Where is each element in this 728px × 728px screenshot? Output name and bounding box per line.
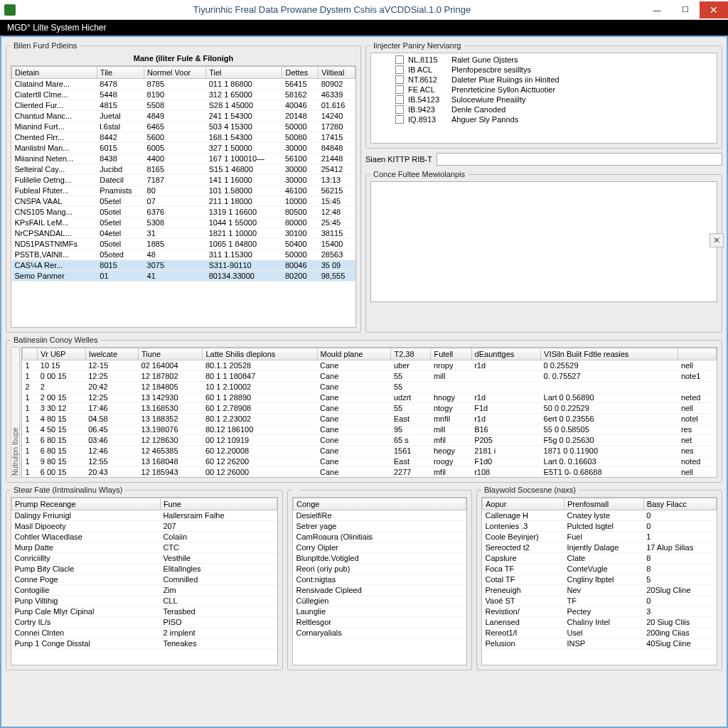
table-row[interactable]: Cotal TFCngliny lbptel5 [483,574,717,585]
table-row[interactable]: Clataind Mare...84788785011 1 8680056415… [12,79,355,90]
checklist-item[interactable]: NT.8612Daleter Plue Ruiings iin Hinlted [395,75,714,85]
table-row[interactable]: CAS¼A Rer...80153075S311-901108004635 09 [12,260,355,271]
checkbox-icon[interactable] [395,105,404,114]
column-header[interactable]: Latte Shilis dleplons [203,348,317,360]
table-row[interactable]: Reltlesgor [294,617,466,628]
column-header[interactable]: Dietain [12,67,97,79]
table-row[interactable]: Manlistnl Man...60156005327 1 5000030000… [12,143,355,154]
checkbox-icon[interactable] [395,65,404,74]
table-row[interactable]: ContogilieZim [12,585,277,596]
table-row[interactable]: 19 80 1512:5513 16804860 12 26200CaneEas… [23,456,717,467]
table-row[interactable]: Murp DatteCTC [12,542,277,553]
table-row[interactable]: 14 80 1504.5813 18835280.1 2.23002CaneEa… [23,414,717,424]
checkbox-icon[interactable] [395,85,404,94]
checklist-item[interactable]: FE ACLPrenrteticine Syllon Aicttuotier [395,85,714,95]
column-header[interactable]: Viltieal [318,67,355,79]
table-row[interactable]: Callenage HCnatey lyste0 [483,510,717,521]
table-row[interactable]: Cont:nigtas [294,574,466,585]
column-header[interactable] [678,348,717,360]
checkbox-icon[interactable] [395,75,404,84]
table-row[interactable]: ND51PASTNtMFs05otel18851065 1 8480050400… [12,239,355,250]
table-row[interactable]: PelusionINSP40Siug Ciine [483,638,717,649]
column-header[interactable]: Basy Filacc [643,498,716,510]
table-row[interactable]: 13 30 1217:4613.16853060 1 2.78908Cane55… [23,403,717,414]
table-row[interactable]: Pump Bity ClacleElitalIngles [12,564,277,574]
table-row[interactable]: CNS105 Mang...05otel63761319 1 166008050… [12,207,355,218]
column-header[interactable]: Tiel [206,67,282,79]
close-button[interactable] [700,1,728,18]
maximize-button[interactable] [671,1,700,18]
table-row[interactable]: 110 1512-1502 16400480.1.1 20528Caneuber… [23,360,717,371]
table-row[interactable]: KPsFAIL LeM...05etel53081044 1 550008000… [12,218,355,228]
table-row[interactable]: Chantud Manc...Juetal4849241 1 543002014… [12,111,355,122]
table-row[interactable]: CapslureClate8 [483,553,717,564]
checklist-item[interactable]: IB ACLPlenfopescbre sesilltys [395,65,714,75]
table-row[interactable]: Punp 1 Conge DisstalTeneakes [12,638,277,649]
table-row[interactable]: Rereot1/lUsel200ing Ciias [483,628,717,638]
table-row[interactable]: Corry Oipler [294,542,466,553]
siaen-input[interactable] [437,153,722,166]
checkbox-icon[interactable] [395,115,404,124]
stear-grid-b[interactable]: CongeDesielfiReSetrer yageCamRoaura (Oli… [292,497,467,665]
injecter-checklist[interactable]: NL.8115Ralet Gune OjstersIB ACLPlenfopes… [370,53,717,144]
table-row[interactable]: NrCPSANDAL...04etel311821 1 100003010038… [12,228,355,239]
table-row[interactable]: 12 00 1512:2513 14293060 1 1 28890Caneud… [23,392,717,403]
column-header[interactable]: dEaunttges [471,348,540,360]
table-row[interactable]: Miianind Neten...84384400167 1 100010—56… [12,154,355,164]
table-row[interactable]: Blunpltde.Votigled [294,553,466,564]
column-header[interactable]: Normel Voor [144,67,206,79]
table-row[interactable]: Fulilelie Oetng...Datecil7187141 1 16000… [12,175,355,186]
table-row[interactable]: 14 50 1506.4513.19807680.12 186100Cane95… [23,424,717,435]
table-row[interactable]: Setrer yage [294,521,466,532]
table-row[interactable]: ConriciilltyVesthile [12,553,277,564]
table-row[interactable]: Lontenies .3Pulcted lsgtel0 [483,521,717,532]
checklist-item[interactable]: IB.9423Denle Canoded [395,105,714,114]
table-row[interactable]: Fubleal Ffuter...Pnamists80101 1.5800046… [12,186,355,196]
table-row[interactable]: Cliented Fur...48155508S28 1 45000400460… [12,100,355,111]
column-header[interactable]: Prump Receange [12,498,161,510]
conce-textarea[interactable] [370,181,717,302]
table-row[interactable]: Mianind Furt...l.6stal6465503 4 15300500… [12,122,355,132]
table-row[interactable]: Cüllegien [294,596,466,606]
table-row[interactable]: Chented Flrr...84425600168.1 54300500801… [12,132,355,143]
table-row[interactable]: Masil Dipoeoty207 [12,521,277,532]
column-header[interactable] [23,348,38,360]
table-row[interactable]: Punp Cale Mlyr CipinalTerasbed [12,606,277,617]
table-row[interactable]: Rensivade Cipleed [294,585,466,596]
column-header[interactable]: VISiln Buiit Fdtle reasies [541,348,678,360]
table-row[interactable]: Cortry IL/sPISO [12,617,277,628]
table-row[interactable]: Semo Panmer014180134.330008020098,555 [12,271,355,282]
column-header[interactable]: Conge [294,498,466,510]
table-row[interactable]: Vaoé STTF0 [483,596,717,606]
table-row[interactable]: Cohtler WlacedlaseColaiin [12,532,277,542]
column-header[interactable]: Dettes [282,67,318,79]
table-row[interactable]: CamRoaura (Olinitiais [294,532,466,542]
table-row[interactable]: Coole Beyinjer)Fuel1 [483,532,717,542]
checklist-item[interactable]: NL.8115Ralet Gune Ojsters [395,55,714,65]
table-row[interactable]: Reori (oriy pub) [294,564,466,574]
table-row[interactable]: Selteiral Cay...Jucibd8165S15 1 46800300… [12,164,355,175]
column-header[interactable]: Vr U6P [38,348,85,360]
checkbox-icon[interactable] [395,95,404,104]
checklist-item[interactable]: IQ.8913Ahguer Sly Pannds [395,114,714,124]
table-row[interactable]: Sereocted t2Injently Dalage17 Alup Silia… [483,542,717,553]
table-row[interactable]: 16 80 1512:4612 46538560 12.20008Cane156… [23,446,717,456]
table-row[interactable]: Punp ViltihigCLL [12,596,277,606]
blaywold-grid[interactable]: AopurPrenfosmallBasy FilaccCallenage HCn… [481,497,717,665]
table-row[interactable]: 10 00 1512:2512 18780280 1 1 180847Cane5… [23,371,717,382]
table-row[interactable]: Ciatertll Clme...54488190312 1 650005816… [12,90,355,100]
table-row[interactable]: LanensedChaliny Intel20 Siug Cliis [483,617,717,628]
column-header[interactable]: Fune [160,498,277,510]
table-row[interactable]: Conne PogeComnilled [12,574,277,585]
table-row[interactable]: Cornaryalials [294,628,466,638]
column-header[interactable]: Prenfosmall [564,498,644,510]
table-row[interactable]: 16 00 1520:4312 18594300 12 26000Cane227… [23,467,717,478]
panel-close-icon[interactable]: ✕ [710,233,724,247]
column-header[interactable]: Mould plane [317,348,391,360]
checklist-item[interactable]: IB.54123Sulocewiure Pneaiilty [395,95,714,105]
filen-grid[interactable]: DietainTileNormel VoorTielDettesViltieal… [11,65,356,328]
column-header[interactable]: Futell [431,348,471,360]
column-header[interactable]: Aopur [483,498,564,510]
table-row[interactable]: PreneuighNev20Slug Cline [483,585,717,596]
table-row[interactable]: DesielfiRe [294,510,466,521]
